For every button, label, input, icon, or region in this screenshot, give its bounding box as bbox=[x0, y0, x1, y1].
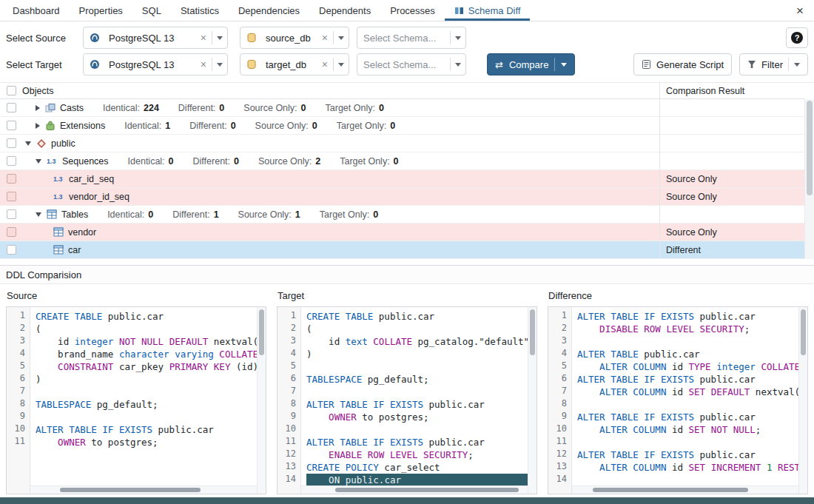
tab-processes[interactable]: Processes bbox=[380, 0, 445, 21]
object-label: vendor_id_seq bbox=[69, 192, 130, 202]
chevron-down-icon[interactable] bbox=[455, 36, 461, 40]
chevron-down-icon[interactable] bbox=[561, 63, 567, 67]
vertical-scrollbar[interactable] bbox=[798, 307, 807, 494]
row-checkbox[interactable] bbox=[7, 138, 16, 148]
select-target-label: Select Target bbox=[6, 59, 83, 70]
tab-dashboard[interactable]: Dashboard bbox=[3, 0, 70, 21]
grid-row-car[interactable]: carDifferent bbox=[0, 241, 804, 259]
source-database-value: source_db bbox=[266, 33, 317, 44]
target-schema-select[interactable]: Select Schema... bbox=[357, 53, 466, 75]
vertical-scrollbar[interactable] bbox=[528, 307, 536, 494]
target-server-select[interactable]: PostgreSQL 13 × bbox=[83, 53, 228, 75]
clear-icon[interactable]: × bbox=[200, 33, 207, 43]
scrollbar-thumb[interactable] bbox=[801, 309, 806, 355]
grid-row-tables[interactable]: TablesIdentical:0Different:1Source Only:… bbox=[0, 206, 804, 224]
tab-label: SQL bbox=[142, 5, 161, 16]
grid-row-extensions[interactable]: ExtensionsIdentical:1Different:0Source O… bbox=[0, 117, 804, 135]
grid-vertical-scrollbar[interactable] bbox=[804, 99, 814, 259]
vertical-scrollbar[interactable] bbox=[257, 307, 266, 494]
difference-code-area[interactable]: ALTER TABLE IF EXISTS public.car DISABLE… bbox=[572, 307, 798, 494]
chevron-down-icon[interactable] bbox=[217, 63, 223, 67]
source-database-select[interactable]: source_db × bbox=[240, 27, 349, 49]
row-checkbox[interactable] bbox=[7, 174, 16, 184]
tab-dependents[interactable]: Dependents bbox=[309, 0, 380, 21]
chevron-down-icon[interactable] bbox=[455, 63, 461, 67]
target-schema-placeholder: Select Schema... bbox=[363, 59, 445, 70]
tab-sql[interactable]: SQL bbox=[132, 0, 171, 21]
generate-script-button[interactable]: Generate Script bbox=[633, 53, 732, 75]
source-code-area[interactable]: CREATE TABLE public.car( id integer NOT … bbox=[30, 307, 257, 494]
grid-row-vendor-id-seq[interactable]: 1.3vendor_id_seqSource Only bbox=[0, 188, 804, 206]
row-checkbox[interactable] bbox=[7, 156, 16, 166]
collapse-chevron-icon[interactable] bbox=[36, 212, 41, 217]
chevron-down-icon[interactable] bbox=[217, 36, 223, 40]
clear-icon[interactable]: × bbox=[200, 59, 207, 70]
row-checkbox[interactable] bbox=[7, 103, 16, 112]
target-database-select[interactable]: target_db × bbox=[240, 53, 349, 75]
difference-pane-title: Difference bbox=[542, 290, 813, 301]
ddl-pane-target[interactable]: 1234567891011121314 CREATE TABLE public.… bbox=[277, 306, 537, 494]
tab-label: Dependencies bbox=[238, 5, 300, 16]
source-schema-select[interactable]: Select Schema... bbox=[357, 27, 466, 49]
close-icon[interactable]: × bbox=[789, 4, 811, 17]
select-all-checkbox[interactable] bbox=[7, 86, 16, 95]
collapse-chevron-icon[interactable] bbox=[36, 159, 41, 164]
object-label: public bbox=[51, 138, 75, 149]
target-code-area[interactable]: CREATE TABLE public.car( id text COLLATE… bbox=[301, 307, 528, 494]
scrollbar-thumb[interactable] bbox=[335, 488, 519, 492]
horizontal-scrollbar[interactable] bbox=[30, 485, 257, 494]
code-line: ALTER TABLE IF EXISTS public.car bbox=[306, 398, 528, 411]
code-line bbox=[306, 423, 528, 436]
grid-row-car-id-seq[interactable]: 1.3car_id_seqSource Only bbox=[0, 170, 804, 188]
scrollbar-thumb[interactable] bbox=[60, 488, 201, 492]
code-line: TABLESPACE pg_default; bbox=[306, 373, 528, 386]
tab-schema-diff[interactable]: Schema Diff bbox=[445, 0, 531, 21]
ddl-pane-difference[interactable]: 1234567891011121314 ALTER TABLE IF EXIST… bbox=[548, 306, 808, 494]
divider bbox=[212, 58, 212, 71]
script-icon bbox=[642, 59, 651, 70]
grid-row-casts[interactable]: CastsIdentical:224Different:0Source Only… bbox=[0, 99, 804, 117]
grid-row-sequences[interactable]: 1.3SequencesIdentical:0Different:0Source… bbox=[0, 152, 804, 170]
row-checkbox[interactable] bbox=[7, 227, 16, 237]
scrollbar-thumb[interactable] bbox=[807, 101, 813, 195]
row-checkbox[interactable] bbox=[7, 121, 16, 130]
expand-chevron-icon[interactable] bbox=[36, 105, 40, 111]
code-line: ALTER COLUMN id SET NOT NULL; bbox=[577, 423, 798, 436]
object-label: vendor bbox=[68, 227, 96, 238]
expand-chevron-icon[interactable] bbox=[36, 123, 40, 129]
code-line: ( bbox=[36, 323, 257, 335]
count-target-only: Target Only:0 bbox=[340, 156, 398, 167]
tab-dependencies[interactable]: Dependencies bbox=[229, 0, 309, 21]
table-icon bbox=[47, 209, 57, 219]
grid-row-public[interactable]: public bbox=[0, 135, 804, 152]
compare-button[interactable]: ⇄ Compare bbox=[487, 53, 575, 75]
chevron-down-icon[interactable] bbox=[338, 63, 344, 67]
chevron-down-icon[interactable] bbox=[338, 36, 344, 40]
count-target-only: Target Only:0 bbox=[326, 103, 384, 113]
row-checkbox[interactable] bbox=[7, 192, 16, 201]
clear-icon[interactable]: × bbox=[321, 33, 329, 43]
row-checkbox[interactable] bbox=[7, 209, 16, 219]
help-button[interactable]: ? bbox=[786, 27, 808, 48]
code-line bbox=[577, 398, 798, 411]
horizontal-scrollbar[interactable] bbox=[301, 485, 528, 494]
comparison-result-cell bbox=[659, 135, 804, 152]
collapse-chevron-icon[interactable] bbox=[25, 141, 31, 146]
comparison-result-cell: Source Only bbox=[659, 170, 804, 187]
ddl-pane-source[interactable]: 1234567891011 CREATE TABLE public.car( i… bbox=[6, 306, 266, 494]
horizontal-scrollbar[interactable] bbox=[572, 485, 798, 494]
code-line: brand_name character varying COLLATE bbox=[36, 348, 257, 360]
clear-icon[interactable]: × bbox=[321, 59, 329, 70]
scrollbar-thumb[interactable] bbox=[530, 309, 535, 355]
grid-row-vendor[interactable]: vendorSource Only bbox=[0, 224, 804, 241]
chevron-down-icon[interactable] bbox=[794, 63, 800, 67]
code-line: ) bbox=[306, 348, 528, 360]
scrollbar-thumb[interactable] bbox=[593, 488, 748, 492]
row-checkbox[interactable] bbox=[7, 245, 16, 255]
postgresql-icon bbox=[90, 33, 100, 43]
scrollbar-thumb[interactable] bbox=[259, 309, 264, 355]
source-server-select[interactable]: PostgreSQL 13 × bbox=[83, 27, 228, 49]
tab-properties[interactable]: Properties bbox=[70, 0, 132, 21]
tab-statistics[interactable]: Statistics bbox=[171, 0, 229, 21]
filter-button[interactable]: Filter bbox=[739, 53, 808, 75]
